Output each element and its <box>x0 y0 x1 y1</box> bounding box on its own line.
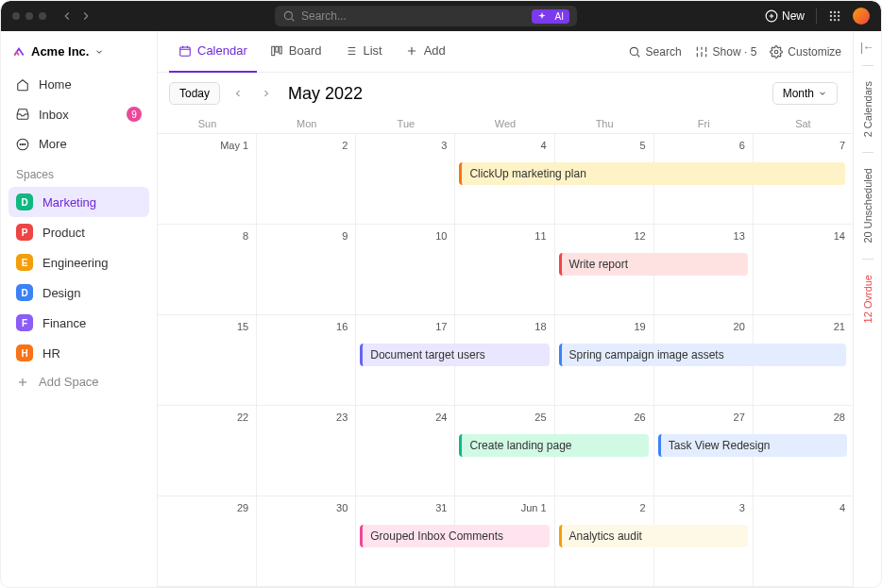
rail-unscheduled[interactable]: 20 Unscheduled <box>862 164 874 247</box>
space-label: HR <box>42 346 60 361</box>
global-search[interactable]: Search... AI <box>275 6 577 26</box>
calendar-cell[interactable]: 29 <box>158 496 257 587</box>
day-header: Sat <box>754 114 853 133</box>
view-tab-board[interactable]: Board <box>261 31 331 73</box>
home-icon <box>16 78 29 92</box>
calendar-cell[interactable]: 14 <box>754 225 853 315</box>
event[interactable]: Analytics audit <box>559 525 748 547</box>
next-month-button[interactable] <box>256 83 277 104</box>
cell-date: 8 <box>243 230 248 242</box>
calendar-cell[interactable]: 17Document target users <box>356 315 455 406</box>
space-item-hr[interactable]: HHR <box>8 338 149 368</box>
workspace-logo-icon <box>12 45 25 59</box>
svg-point-10 <box>838 15 840 17</box>
calendar-cell[interactable]: 30 <box>257 496 356 587</box>
apps-grid-icon[interactable] <box>828 9 841 23</box>
calendar-cell[interactable]: 31Grouped Inbox Comments <box>356 496 455 587</box>
svg-point-35 <box>630 47 637 55</box>
cell-date: 21 <box>834 321 845 332</box>
svg-point-15 <box>20 143 21 144</box>
calendar-cell[interactable]: 4ClickUp marketing plan <box>455 134 554 225</box>
cell-date: 3 <box>739 502 745 513</box>
cell-date: 15 <box>237 321 248 332</box>
space-item-engineering[interactable]: EEngineering <box>8 247 149 277</box>
event[interactable]: Spring campaign image assets <box>559 344 846 366</box>
calendar-cell[interactable]: 4 <box>754 496 853 587</box>
calendar-cell[interactable]: 11 <box>455 225 554 315</box>
sparkle-icon <box>537 11 547 21</box>
space-item-product[interactable]: PProduct <box>8 217 149 247</box>
calendar-cell[interactable]: 16 <box>257 315 356 406</box>
calendar-cell[interactable]: May 1 <box>158 134 257 225</box>
nav-more[interactable]: More <box>8 129 149 159</box>
calendar-cell[interactable]: 10 <box>356 225 455 315</box>
prev-month-button[interactable] <box>228 83 248 104</box>
customize-button[interactable]: Customize <box>770 45 841 59</box>
add-space-button[interactable]: Add Space <box>8 368 149 395</box>
cell-date: 6 <box>739 140 745 151</box>
calendar-cell[interactable]: 23 <box>257 406 356 496</box>
event[interactable]: Grouped Inbox Comments <box>360 525 549 547</box>
new-button[interactable]: New <box>765 9 805 23</box>
gear-icon <box>770 45 783 59</box>
space-item-design[interactable]: DDesign <box>8 277 149 308</box>
space-label: Design <box>42 286 80 300</box>
nav-inbox[interactable]: Inbox 9 <box>8 99 149 129</box>
calendar-cell[interactable]: 15 <box>158 315 257 406</box>
event[interactable]: Task View Redesign <box>658 434 847 457</box>
workspace-switcher[interactable]: Acme Inc. <box>8 39 149 64</box>
calendar-cell[interactable]: 2Analytics audit <box>555 496 654 587</box>
search-icon <box>628 45 641 59</box>
user-avatar[interactable] <box>853 8 870 25</box>
today-button[interactable]: Today <box>169 82 220 105</box>
forward-button[interactable] <box>76 7 95 25</box>
calendar-cell[interactable]: 9 <box>257 225 356 315</box>
view-tab-list[interactable]: List <box>334 31 391 73</box>
event[interactable]: Document target users <box>360 344 549 366</box>
calendar-cell[interactable]: 27Task View Redesign <box>654 406 754 496</box>
workspace-name: Acme Inc. <box>31 44 89 59</box>
rail-overdue[interactable]: 12 Ovrdue <box>862 271 874 327</box>
space-item-finance[interactable]: FFinance <box>8 308 149 338</box>
calendar-cell[interactable]: 25Create landing page <box>455 406 554 496</box>
cell-date: 10 <box>435 230 447 242</box>
back-button[interactable] <box>58 7 76 25</box>
day-header: Thu <box>555 114 654 133</box>
view-tab-calendar[interactable]: Calendar <box>169 31 257 73</box>
calendar-cell[interactable]: 22 <box>158 406 257 496</box>
event[interactable]: Create landing page <box>459 434 648 457</box>
svg-point-13 <box>838 19 840 21</box>
space-item-marketing[interactable]: DMarketing <box>8 187 149 217</box>
svg-line-1 <box>292 19 295 22</box>
cell-date: 25 <box>534 412 546 423</box>
calendar-cell[interactable]: 24 <box>356 406 455 496</box>
svg-line-36 <box>636 54 639 57</box>
cell-date: 20 <box>734 321 745 332</box>
nav-home[interactable]: Home <box>8 70 149 99</box>
calendar-cell[interactable]: 19Spring campaign image assets <box>555 315 654 406</box>
svg-point-6 <box>834 11 836 13</box>
svg-point-12 <box>834 19 836 21</box>
cell-date: 7 <box>840 140 845 151</box>
rail-calendars[interactable]: 2 Calendars <box>862 77 874 141</box>
svg-point-5 <box>830 11 832 13</box>
svg-rect-24 <box>272 46 275 55</box>
jump-to-start-button[interactable]: |← <box>860 41 874 54</box>
view-search-button[interactable]: Search <box>628 45 682 59</box>
cell-date: 23 <box>336 412 348 423</box>
calendar-cell[interactable]: 3 <box>356 134 455 225</box>
plus-circle-icon <box>765 9 778 23</box>
space-badge-icon: P <box>16 224 33 241</box>
calendar-cell[interactable]: 2 <box>257 134 356 225</box>
event[interactable]: Write report <box>559 253 748 276</box>
svg-rect-26 <box>280 46 281 54</box>
svg-point-9 <box>834 15 836 17</box>
calendar-cell[interactable]: 8 <box>158 225 257 315</box>
day-header: Mon <box>257 114 356 133</box>
calendar-cell[interactable]: 12Write report <box>555 225 654 315</box>
add-view-button[interactable]: Add <box>396 31 455 73</box>
ai-badge[interactable]: AI <box>532 9 569 24</box>
show-dropdown[interactable]: Show · 5 <box>695 45 757 59</box>
range-dropdown[interactable]: Month <box>772 82 838 105</box>
event[interactable]: ClickUp marketing plan <box>459 162 845 185</box>
